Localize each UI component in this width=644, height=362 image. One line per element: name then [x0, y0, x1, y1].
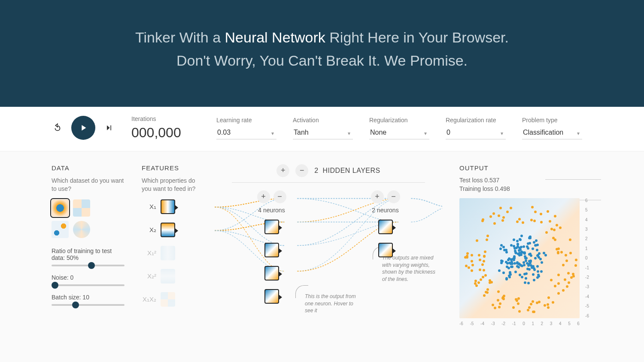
data-point	[537, 270, 539, 273]
dataset-xor[interactable]	[73, 199, 90, 217]
data-point	[524, 281, 526, 284]
data-point	[527, 264, 530, 267]
hero-text: Right Here in Your Browser.	[325, 29, 509, 45]
output-column: OUTPUT Test loss 0.537 Training loss 0.4…	[459, 164, 592, 318]
dataset-gauss[interactable]	[52, 221, 69, 238]
chevron-down-icon: ▾	[271, 130, 274, 136]
data-point	[525, 277, 527, 280]
data-point	[493, 222, 496, 225]
axis-tick: 3	[585, 227, 589, 232]
data-point	[557, 292, 560, 295]
regularization-control: Regularization None ▾	[369, 117, 429, 139]
output-plot[interactable]: 6543210-1-2-3-4-5-6 -6-5-4-3-2-10123456	[459, 198, 580, 318]
hidden-neuron[interactable]	[264, 243, 279, 257]
chevron-down-icon: ▾	[501, 130, 503, 136]
noise-slider[interactable]	[52, 284, 125, 286]
axis-tick: 5	[585, 208, 589, 212]
data-point	[498, 269, 501, 272]
data-point	[486, 288, 489, 291]
output-axis-bottom: -6-5-4-3-2-10123456	[459, 321, 580, 326]
data-point	[547, 306, 550, 309]
axis-tick: 1	[585, 246, 589, 251]
iterations-label: Iterations	[131, 115, 200, 122]
axis-tick: -4	[585, 294, 589, 299]
problem-type-value: Classification	[522, 126, 582, 139]
add-neuron-button[interactable]: +	[257, 190, 270, 203]
problem-type-select[interactable]: Classification ▾	[522, 126, 582, 139]
data-point	[535, 239, 538, 242]
feature-node[interactable]	[161, 223, 175, 237]
remove-neuron-button[interactable]: −	[387, 190, 400, 203]
dataset-circle[interactable]	[52, 199, 69, 217]
activation-value: Tanh	[293, 126, 353, 139]
data-point	[511, 265, 513, 268]
hidden-neuron[interactable]	[264, 266, 279, 281]
hidden-layers-count: 2	[314, 167, 318, 174]
ratio-slider[interactable]	[52, 265, 125, 266]
test-loss-spark	[545, 163, 601, 180]
data-point	[570, 276, 573, 279]
reset-button[interactable]	[52, 122, 64, 134]
data-point	[483, 255, 486, 258]
data-point	[492, 212, 495, 215]
hidden-neuron[interactable]	[378, 243, 393, 257]
reg-rate-select[interactable]: 0 ▾	[446, 126, 506, 139]
data-point	[527, 242, 529, 245]
layer-neuron-count: 2 neurons	[372, 207, 398, 214]
feature-node[interactable]	[161, 269, 175, 284]
data-point	[494, 307, 496, 309]
play-button[interactable]	[71, 116, 95, 140]
data-point	[534, 244, 537, 247]
data-point	[517, 297, 520, 300]
reg-rate-value: 0	[446, 126, 506, 139]
data-point	[557, 282, 560, 285]
regularization-value: None	[369, 126, 429, 139]
axis-tick: 6	[577, 321, 580, 326]
add-layer-button[interactable]: +	[276, 164, 289, 177]
data-point	[547, 210, 549, 213]
data-point	[510, 244, 513, 247]
data-point	[532, 311, 535, 313]
reg-rate-label: Regularization rate	[446, 117, 506, 124]
activation-select[interactable]: Tanh ▾	[293, 126, 353, 139]
data-point	[464, 256, 467, 259]
data-point	[480, 278, 482, 281]
data-point	[497, 299, 499, 302]
data-point	[531, 206, 534, 208]
data-point	[466, 252, 469, 255]
batch-slider-row: Batch size: 10	[52, 294, 125, 306]
data-point	[534, 257, 537, 259]
remove-layer-button[interactable]: −	[295, 164, 308, 177]
feature-row: X₂²	[142, 269, 197, 284]
feature-row: X₁X₂	[142, 292, 197, 307]
feature-node[interactable]	[161, 292, 175, 307]
data-point	[541, 261, 543, 264]
batch-slider[interactable]	[52, 304, 125, 306]
data-point	[544, 304, 546, 307]
step-button[interactable]	[103, 122, 115, 134]
feature-node[interactable]	[161, 246, 175, 260]
data-point	[540, 221, 543, 223]
data-point	[508, 257, 510, 260]
iterations-display: Iterations 000,000	[131, 115, 200, 141]
data-point	[509, 272, 511, 275]
data-point	[560, 251, 563, 253]
data-point	[538, 275, 540, 278]
data-point	[547, 296, 550, 299]
data-point	[506, 211, 509, 213]
data-point	[534, 211, 537, 213]
hidden-neuron[interactable]	[378, 220, 393, 234]
data-point	[486, 291, 489, 294]
dataset-spiral[interactable]	[73, 221, 90, 238]
data-point	[481, 220, 484, 222]
batch-label: Batch size: 10	[52, 294, 125, 301]
hidden-neuron[interactable]	[264, 289, 279, 304]
learning-rate-select[interactable]: 0.03 ▾	[216, 126, 276, 139]
remove-neuron-button[interactable]: −	[273, 190, 286, 203]
data-point	[539, 258, 542, 260]
regularization-select[interactable]: None ▾	[369, 126, 429, 139]
feature-node[interactable]	[161, 199, 175, 214]
activation-label: Activation	[293, 117, 353, 124]
hidden-neuron[interactable]	[264, 220, 279, 234]
add-neuron-button[interactable]: +	[371, 190, 384, 203]
